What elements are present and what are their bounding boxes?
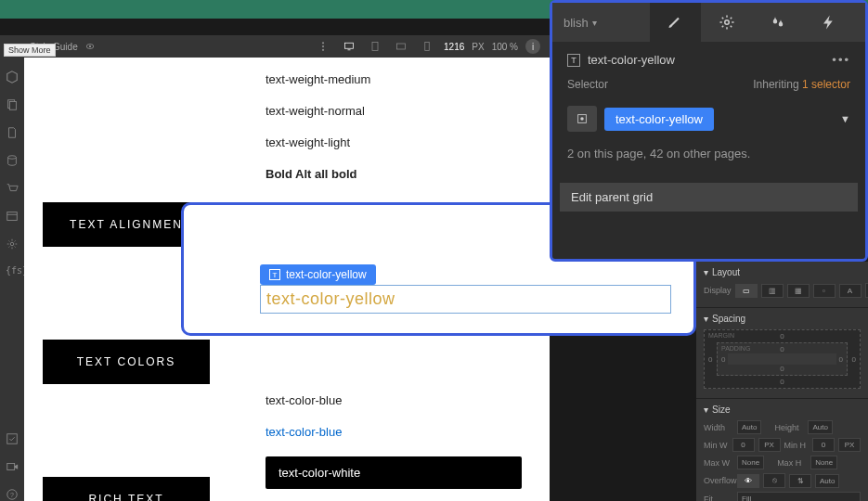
tab-style[interactable] — [650, 3, 701, 42]
display-inline-button[interactable]: A — [839, 284, 862, 298]
svg-text:?: ? — [10, 492, 14, 498]
chip-label: text-color-yellow — [286, 268, 367, 281]
more-icon[interactable]: ••• — [832, 53, 850, 67]
overflow-scroll-button[interactable]: ⇅ — [789, 474, 811, 488]
list-item[interactable]: Bold Alt all bold — [266, 167, 522, 184]
style-properties-panel: ▾Layout Display ▭ ▥ ▦ ▫ A ⦸ ▾Spacing MAR… — [696, 262, 868, 501]
fs-icon[interactable]: {fs} — [6, 265, 19, 278]
video-icon[interactable] — [6, 460, 19, 473]
minh-label: Min H — [784, 441, 810, 450]
list-item[interactable]: text-color-blue — [266, 393, 522, 410]
svg-point-4 — [8, 156, 17, 160]
edit-parent-grid-button[interactable]: Edit parent grid — [560, 183, 858, 212]
canvas-width-value[interactable]: 1216 — [444, 42, 464, 52]
gear-icon — [719, 14, 735, 31]
overflow-hidden-button[interactable]: ⦸ — [763, 473, 785, 488]
spacing-header: Spacing — [712, 314, 745, 324]
maxh-label: Max H — [777, 458, 807, 468]
padding-left[interactable]: 0 — [721, 355, 725, 364]
display-block-button[interactable]: ▭ — [735, 284, 758, 298]
canvas-toolbar: Style Guide 1216 PX 100 % i — [24, 35, 550, 58]
info-icon[interactable]: i — [525, 39, 540, 54]
list-item[interactable]: text-color-blue — [266, 425, 522, 442]
margin-bottom[interactable]: 0 — [780, 378, 784, 386]
cart-icon[interactable] — [6, 182, 19, 195]
gear-icon[interactable] — [6, 238, 19, 250]
fit-select[interactable]: Fill — [737, 492, 861, 501]
list-item[interactable]: text-weight-light — [266, 135, 522, 152]
box-model[interactable]: MARGIN 0 0 0 0 PADDING 0 0 0 0 — [704, 329, 861, 389]
padding-right[interactable]: 0 — [839, 355, 843, 364]
section-text-colors[interactable]: TEXT COLORS — [43, 340, 210, 384]
display-none-button[interactable]: ⦸ — [865, 283, 868, 298]
help-icon[interactable]: ? — [6, 488, 19, 501]
selector-pill[interactable]: text-color-yellow — [604, 108, 714, 131]
maxw-input[interactable]: None — [737, 456, 764, 469]
svg-rect-5 — [7, 212, 18, 221]
display-inline-block-button[interactable]: ▫ — [813, 284, 836, 298]
chevron-down-icon[interactable]: ▾ — [704, 267, 708, 277]
width-input[interactable]: Auto — [737, 420, 761, 434]
more-vertical-icon[interactable] — [317, 41, 329, 52]
svg-point-15 — [322, 45, 324, 47]
zoom-level[interactable]: 100 % — [492, 42, 518, 52]
text-type-icon: T — [269, 269, 280, 280]
margin-label: MARGIN — [708, 332, 734, 339]
padding-bottom[interactable]: 0 — [780, 365, 784, 373]
pages-icon[interactable] — [6, 98, 19, 111]
window-icon[interactable] — [6, 210, 19, 223]
mobile-icon[interactable] — [421, 41, 433, 52]
inheriting-link[interactable]: 1 selector — [802, 78, 850, 91]
show-more-button[interactable]: Show More — [4, 44, 56, 57]
element-chip[interactable]: T text-color-yellow — [260, 264, 376, 285]
svg-rect-8 — [7, 434, 18, 444]
chevron-down-icon[interactable]: ▾ — [704, 314, 708, 324]
maxh-input[interactable]: None — [810, 456, 837, 469]
tab-settings[interactable] — [701, 3, 752, 42]
minh-input[interactable]: 0 — [812, 438, 835, 452]
list-item[interactable]: text-weight-normal — [266, 104, 522, 121]
margin-right[interactable]: 0 — [852, 355, 856, 364]
tablet-icon[interactable] — [369, 41, 381, 52]
padding-top[interactable]: 0 — [780, 345, 784, 353]
chevron-down-icon[interactable]: ▾ — [704, 405, 708, 415]
database-icon[interactable] — [6, 154, 19, 167]
tab-interactions[interactable] — [803, 3, 854, 42]
minw-input[interactable]: 0 — [732, 438, 755, 452]
svg-point-14 — [322, 42, 324, 44]
margin-left[interactable]: 0 — [708, 355, 712, 364]
eye-icon[interactable] — [85, 42, 95, 51]
overflow-visible-button[interactable]: 👁 — [737, 474, 759, 488]
target-icon — [576, 112, 589, 125]
chevron-down-icon[interactable]: ▼ — [840, 113, 850, 124]
margin-top[interactable]: 0 — [780, 332, 784, 340]
class-name-text: text-color-yellow — [588, 53, 675, 67]
style-panel: blish ▾ T text-color-yellow ••• Selector… — [550, 0, 868, 262]
svg-point-24 — [580, 117, 584, 121]
check-icon[interactable] — [6, 432, 19, 445]
file-icon[interactable] — [6, 126, 19, 139]
display-grid-button[interactable]: ▦ — [787, 284, 810, 298]
padding-label: PADDING — [721, 345, 750, 352]
display-flex-button[interactable]: ▥ — [761, 284, 784, 298]
svg-rect-19 — [372, 43, 378, 51]
list-item[interactable]: text-color-white — [266, 456, 522, 489]
cube-icon[interactable] — [6, 71, 19, 84]
selected-element[interactable]: text-color-yellow — [260, 285, 671, 314]
minh-unit[interactable]: PX — [838, 438, 861, 452]
section-rich-text[interactable]: RICH TEXT — [43, 477, 210, 501]
layout-header: Layout — [712, 267, 740, 277]
selector-state-button[interactable] — [567, 106, 597, 132]
tablet-landscape-icon[interactable] — [395, 41, 407, 52]
list-item[interactable]: text-weight-medium — [266, 72, 522, 89]
minw-unit[interactable]: PX — [758, 438, 781, 452]
canvas-width-unit: PX — [472, 42, 484, 52]
height-input[interactable]: Auto — [808, 420, 832, 434]
desktop-icon[interactable] — [343, 41, 355, 52]
publish-dropdown[interactable]: blish ▾ — [564, 16, 597, 30]
svg-point-22 — [724, 20, 729, 25]
height-label: Height — [774, 423, 804, 432]
tab-effects[interactable] — [752, 3, 803, 42]
overflow-auto-button[interactable]: Auto — [815, 474, 839, 488]
text-type-icon: T — [567, 54, 580, 67]
